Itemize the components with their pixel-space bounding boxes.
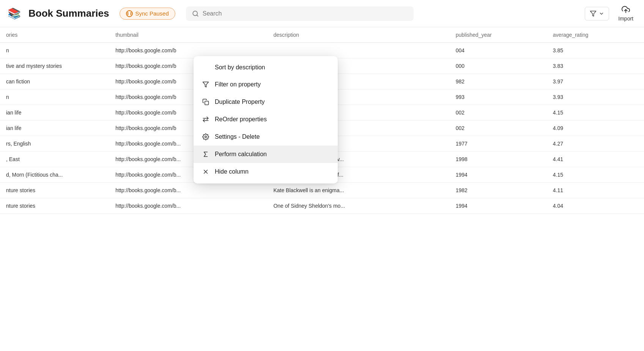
- context-menu-overlay[interactable]: Sort by description Filter on property D…: [0, 0, 644, 214]
- sigma-icon: [202, 150, 209, 158]
- menu-item-filter[interactable]: Filter on property: [194, 76, 338, 93]
- svg-point-8: [205, 136, 207, 138]
- menu-item-hide[interactable]: Hide column: [194, 163, 338, 180]
- duplicate-icon: [202, 98, 209, 106]
- reorder-icon: [202, 116, 209, 123]
- close-icon: [202, 168, 209, 176]
- svg-marker-4: [203, 82, 209, 87]
- menu-item-label: Perform calculation: [215, 151, 267, 158]
- menu-item-label: Filter on property: [215, 81, 261, 88]
- menu-item-label: Sort by description: [202, 64, 265, 71]
- menu-item-duplicate[interactable]: Duplicate Property: [194, 93, 338, 111]
- settings-icon: [202, 133, 209, 141]
- svg-rect-5: [205, 101, 209, 105]
- filter-icon: [202, 81, 209, 88]
- menu-item-reorder[interactable]: ReOrder properties: [194, 111, 338, 128]
- menu-item-sort[interactable]: Sort by description: [194, 59, 338, 76]
- menu-item-settings[interactable]: Settings - Delete: [194, 128, 338, 146]
- menu-item-label: Duplicate Property: [215, 99, 265, 105]
- menu-item-label: Settings - Delete: [215, 133, 260, 140]
- menu-item-label: Hide column: [215, 168, 249, 175]
- menu-item-calculate[interactable]: Perform calculation: [194, 146, 338, 163]
- context-menu: Sort by description Filter on property D…: [194, 56, 338, 183]
- menu-item-label: ReOrder properties: [215, 116, 267, 123]
